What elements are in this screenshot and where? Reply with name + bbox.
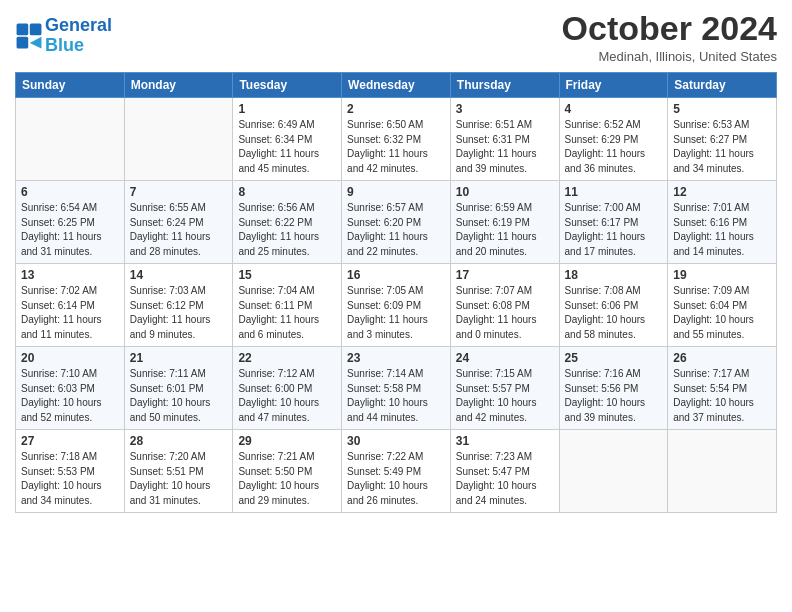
day-number: 1 <box>238 102 336 116</box>
calendar-cell: 13Sunrise: 7:02 AMSunset: 6:14 PMDayligh… <box>16 264 125 347</box>
calendar-cell: 28Sunrise: 7:20 AMSunset: 5:51 PMDayligh… <box>124 430 233 513</box>
day-number: 5 <box>673 102 771 116</box>
calendar-week-row: 13Sunrise: 7:02 AMSunset: 6:14 PMDayligh… <box>16 264 777 347</box>
day-number: 8 <box>238 185 336 199</box>
calendar-cell <box>559 430 668 513</box>
day-info: Sunrise: 6:50 AMSunset: 6:32 PMDaylight:… <box>347 118 445 176</box>
day-info: Sunrise: 6:59 AMSunset: 6:19 PMDaylight:… <box>456 201 554 259</box>
day-info: Sunrise: 7:12 AMSunset: 6:00 PMDaylight:… <box>238 367 336 425</box>
day-number: 20 <box>21 351 119 365</box>
day-number: 23 <box>347 351 445 365</box>
calendar-cell: 3Sunrise: 6:51 AMSunset: 6:31 PMDaylight… <box>450 98 559 181</box>
calendar-week-row: 20Sunrise: 7:10 AMSunset: 6:03 PMDayligh… <box>16 347 777 430</box>
logo-icon <box>15 22 43 50</box>
day-number: 26 <box>673 351 771 365</box>
location: Medinah, Illinois, United States <box>562 49 777 64</box>
day-info: Sunrise: 6:49 AMSunset: 6:34 PMDaylight:… <box>238 118 336 176</box>
calendar-cell: 19Sunrise: 7:09 AMSunset: 6:04 PMDayligh… <box>668 264 777 347</box>
logo-text: General Blue <box>45 16 112 56</box>
day-number: 11 <box>565 185 663 199</box>
calendar-cell: 22Sunrise: 7:12 AMSunset: 6:00 PMDayligh… <box>233 347 342 430</box>
day-info: Sunrise: 7:03 AMSunset: 6:12 PMDaylight:… <box>130 284 228 342</box>
day-of-week-header: Wednesday <box>342 73 451 98</box>
day-info: Sunrise: 6:54 AMSunset: 6:25 PMDaylight:… <box>21 201 119 259</box>
day-of-week-header: Thursday <box>450 73 559 98</box>
day-number: 10 <box>456 185 554 199</box>
day-number: 12 <box>673 185 771 199</box>
calendar-cell: 6Sunrise: 6:54 AMSunset: 6:25 PMDaylight… <box>16 181 125 264</box>
day-info: Sunrise: 7:14 AMSunset: 5:58 PMDaylight:… <box>347 367 445 425</box>
day-info: Sunrise: 7:04 AMSunset: 6:11 PMDaylight:… <box>238 284 336 342</box>
day-info: Sunrise: 7:02 AMSunset: 6:14 PMDaylight:… <box>21 284 119 342</box>
svg-rect-0 <box>17 23 29 35</box>
calendar-cell <box>124 98 233 181</box>
day-number: 21 <box>130 351 228 365</box>
calendar-cell: 10Sunrise: 6:59 AMSunset: 6:19 PMDayligh… <box>450 181 559 264</box>
day-of-week-header: Tuesday <box>233 73 342 98</box>
day-number: 25 <box>565 351 663 365</box>
day-info: Sunrise: 7:09 AMSunset: 6:04 PMDaylight:… <box>673 284 771 342</box>
svg-marker-3 <box>30 37 42 49</box>
day-number: 16 <box>347 268 445 282</box>
day-info: Sunrise: 7:10 AMSunset: 6:03 PMDaylight:… <box>21 367 119 425</box>
day-number: 24 <box>456 351 554 365</box>
calendar-cell: 1Sunrise: 6:49 AMSunset: 6:34 PMDaylight… <box>233 98 342 181</box>
calendar-cell: 15Sunrise: 7:04 AMSunset: 6:11 PMDayligh… <box>233 264 342 347</box>
day-number: 2 <box>347 102 445 116</box>
day-info: Sunrise: 7:07 AMSunset: 6:08 PMDaylight:… <box>456 284 554 342</box>
calendar-week-row: 1Sunrise: 6:49 AMSunset: 6:34 PMDaylight… <box>16 98 777 181</box>
day-info: Sunrise: 7:00 AMSunset: 6:17 PMDaylight:… <box>565 201 663 259</box>
month-title: October 2024 <box>562 10 777 47</box>
logo-general: General <box>45 15 112 35</box>
day-number: 27 <box>21 434 119 448</box>
day-info: Sunrise: 6:52 AMSunset: 6:29 PMDaylight:… <box>565 118 663 176</box>
calendar-cell: 31Sunrise: 7:23 AMSunset: 5:47 PMDayligh… <box>450 430 559 513</box>
svg-rect-1 <box>30 23 42 35</box>
calendar-cell: 4Sunrise: 6:52 AMSunset: 6:29 PMDaylight… <box>559 98 668 181</box>
day-number: 30 <box>347 434 445 448</box>
day-number: 28 <box>130 434 228 448</box>
day-number: 31 <box>456 434 554 448</box>
day-header-row: SundayMondayTuesdayWednesdayThursdayFrid… <box>16 73 777 98</box>
day-of-week-header: Monday <box>124 73 233 98</box>
day-info: Sunrise: 7:22 AMSunset: 5:49 PMDaylight:… <box>347 450 445 508</box>
calendar-cell <box>16 98 125 181</box>
calendar-cell: 2Sunrise: 6:50 AMSunset: 6:32 PMDaylight… <box>342 98 451 181</box>
day-number: 18 <box>565 268 663 282</box>
day-number: 13 <box>21 268 119 282</box>
title-area: October 2024 Medinah, Illinois, United S… <box>562 10 777 64</box>
day-info: Sunrise: 7:18 AMSunset: 5:53 PMDaylight:… <box>21 450 119 508</box>
calendar-cell: 29Sunrise: 7:21 AMSunset: 5:50 PMDayligh… <box>233 430 342 513</box>
day-info: Sunrise: 7:17 AMSunset: 5:54 PMDaylight:… <box>673 367 771 425</box>
day-info: Sunrise: 6:51 AMSunset: 6:31 PMDaylight:… <box>456 118 554 176</box>
day-info: Sunrise: 7:23 AMSunset: 5:47 PMDaylight:… <box>456 450 554 508</box>
calendar-cell: 27Sunrise: 7:18 AMSunset: 5:53 PMDayligh… <box>16 430 125 513</box>
calendar-cell: 24Sunrise: 7:15 AMSunset: 5:57 PMDayligh… <box>450 347 559 430</box>
day-number: 3 <box>456 102 554 116</box>
calendar-table: SundayMondayTuesdayWednesdayThursdayFrid… <box>15 72 777 513</box>
calendar-cell: 7Sunrise: 6:55 AMSunset: 6:24 PMDaylight… <box>124 181 233 264</box>
calendar-cell: 8Sunrise: 6:56 AMSunset: 6:22 PMDaylight… <box>233 181 342 264</box>
day-info: Sunrise: 7:05 AMSunset: 6:09 PMDaylight:… <box>347 284 445 342</box>
day-info: Sunrise: 7:15 AMSunset: 5:57 PMDaylight:… <box>456 367 554 425</box>
day-number: 9 <box>347 185 445 199</box>
calendar-cell: 9Sunrise: 6:57 AMSunset: 6:20 PMDaylight… <box>342 181 451 264</box>
calendar-cell: 5Sunrise: 6:53 AMSunset: 6:27 PMDaylight… <box>668 98 777 181</box>
calendar-cell <box>668 430 777 513</box>
day-number: 29 <box>238 434 336 448</box>
logo-blue: Blue <box>45 35 84 55</box>
page-header: General Blue October 2024 Medinah, Illin… <box>15 10 777 64</box>
day-info: Sunrise: 7:11 AMSunset: 6:01 PMDaylight:… <box>130 367 228 425</box>
svg-rect-2 <box>17 37 29 49</box>
day-number: 7 <box>130 185 228 199</box>
day-number: 19 <box>673 268 771 282</box>
day-info: Sunrise: 7:16 AMSunset: 5:56 PMDaylight:… <box>565 367 663 425</box>
day-info: Sunrise: 7:08 AMSunset: 6:06 PMDaylight:… <box>565 284 663 342</box>
day-of-week-header: Sunday <box>16 73 125 98</box>
calendar-cell: 20Sunrise: 7:10 AMSunset: 6:03 PMDayligh… <box>16 347 125 430</box>
day-info: Sunrise: 6:56 AMSunset: 6:22 PMDaylight:… <box>238 201 336 259</box>
calendar-cell: 30Sunrise: 7:22 AMSunset: 5:49 PMDayligh… <box>342 430 451 513</box>
calendar-week-row: 6Sunrise: 6:54 AMSunset: 6:25 PMDaylight… <box>16 181 777 264</box>
day-number: 4 <box>565 102 663 116</box>
day-number: 22 <box>238 351 336 365</box>
